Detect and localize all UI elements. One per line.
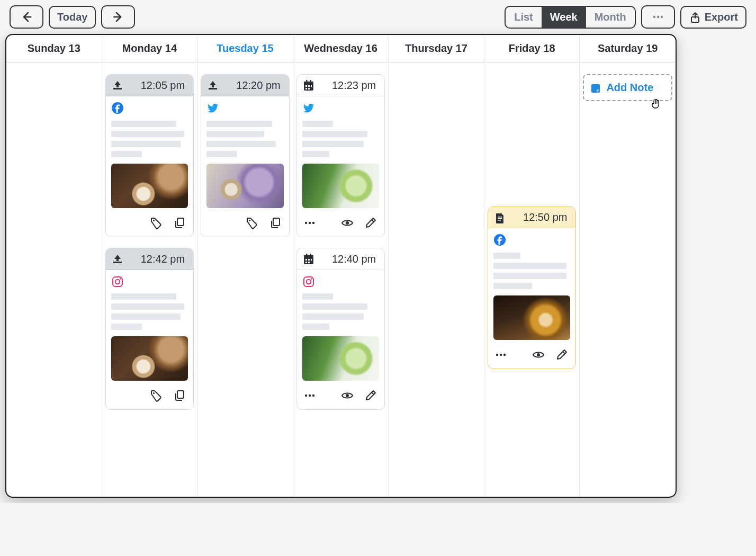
- copy-icon: [173, 217, 187, 230]
- instagram-icon: [302, 275, 380, 289]
- more-button[interactable]: [641, 5, 675, 29]
- post-text-placeholder: [111, 121, 188, 157]
- copy-icon: [269, 217, 283, 230]
- post-card[interactable]: 12:23 pm: [296, 74, 385, 237]
- view-month[interactable]: Month: [586, 7, 635, 28]
- eye-icon: [532, 348, 546, 362]
- view-list[interactable]: List: [506, 7, 542, 28]
- day-col-sun[interactable]: [6, 62, 102, 497]
- post-thumbnail: [111, 164, 188, 208]
- post-text-placeholder: [493, 253, 571, 289]
- card-header: 12:23 pm: [297, 75, 385, 96]
- tag-button[interactable]: [149, 388, 165, 404]
- post-card-draft[interactable]: 12:50 pm: [488, 207, 577, 369]
- post-text-placeholder: [111, 293, 188, 330]
- post-thumbnail: [302, 164, 380, 208]
- edit-button[interactable]: [363, 216, 379, 231]
- post-card[interactable]: 12:20 pm: [201, 74, 290, 237]
- toolbar: Today List Week Month Export: [5, 5, 751, 29]
- prev-button[interactable]: [10, 5, 43, 29]
- card-more-button[interactable]: [302, 388, 318, 404]
- post-time: 12:05 pm: [141, 79, 185, 92]
- twitter-icon: [302, 102, 380, 116]
- next-button[interactable]: [101, 5, 135, 29]
- day-col-mon[interactable]: 12:05 pm 12:42 pm: [102, 62, 198, 497]
- post-time: 12:23 pm: [332, 79, 376, 92]
- card-actions: [106, 386, 194, 409]
- copy-button[interactable]: [172, 388, 188, 404]
- view-week[interactable]: Week: [542, 7, 586, 28]
- post-thumbnail: [111, 336, 188, 381]
- day-header-wed: Wednesday 16: [293, 35, 389, 62]
- card-header: 12:42 pm: [106, 248, 194, 270]
- view-button[interactable]: [340, 216, 356, 231]
- facebook-icon: [493, 234, 571, 248]
- upload-icon: [111, 253, 124, 265]
- post-text-placeholder: [302, 121, 380, 157]
- ellipsis-icon: [494, 348, 508, 362]
- day-header-fri: Friday 18: [484, 35, 580, 62]
- post-thumbnail: [206, 164, 284, 208]
- tag-button[interactable]: [245, 216, 260, 231]
- instagram-icon: [111, 275, 188, 289]
- hand-cursor-icon: [649, 98, 661, 112]
- post-time: 12:40 pm: [332, 253, 376, 265]
- day-col-thu[interactable]: [389, 62, 484, 497]
- facebook-icon: [111, 102, 188, 116]
- day-col-tue[interactable]: 12:20 pm: [197, 62, 293, 497]
- ellipsis-icon: [303, 389, 317, 403]
- card-actions: [488, 345, 576, 369]
- card-more-button[interactable]: [302, 216, 318, 231]
- day-header-tue: Tuesday 15: [197, 35, 293, 62]
- tag-icon: [246, 217, 259, 230]
- view-button[interactable]: [340, 388, 356, 404]
- note-icon: [589, 82, 601, 94]
- post-thumbnail: [493, 295, 571, 340]
- ellipsis-icon: [652, 11, 664, 23]
- card-header: 12:20 pm: [201, 75, 289, 96]
- edit-icon: [555, 348, 569, 362]
- post-card[interactable]: 12:42 pm: [105, 248, 194, 410]
- export-button[interactable]: Export: [680, 6, 746, 29]
- week-body: 12:05 pm 12:42 pm: [6, 62, 676, 497]
- post-text-placeholder: [302, 293, 380, 330]
- ellipsis-icon: [303, 217, 317, 230]
- tag-icon: [150, 217, 164, 230]
- copy-button[interactable]: [268, 216, 284, 231]
- day-col-fri[interactable]: 12:50 pm: [484, 62, 580, 497]
- card-actions: [297, 213, 385, 237]
- post-time: 12:20 pm: [236, 79, 280, 92]
- day-header-sun: Sunday 13: [6, 35, 102, 62]
- card-more-button[interactable]: [493, 347, 509, 363]
- card-actions: [201, 213, 289, 237]
- day-col-wed[interactable]: 12:23 pm 12:40 pm: [293, 62, 389, 497]
- post-card[interactable]: 12:40 pm: [296, 248, 385, 410]
- today-button[interactable]: Today: [49, 6, 96, 29]
- card-actions: [106, 213, 194, 237]
- export-icon: [689, 11, 700, 23]
- draft-icon: [493, 212, 505, 223]
- edit-icon: [364, 389, 378, 403]
- eye-icon: [341, 389, 355, 403]
- upload-icon: [111, 79, 124, 92]
- day-col-sat[interactable]: Add Note: [580, 62, 676, 497]
- tag-button[interactable]: [149, 216, 165, 231]
- post-time: 12:42 pm: [141, 253, 185, 265]
- view-button[interactable]: [531, 347, 547, 363]
- add-note-button[interactable]: Add Note: [583, 74, 672, 101]
- week-header: Sunday 13 Monday 14 Tuesday 15 Wednesday…: [6, 35, 676, 62]
- twitter-icon: [206, 102, 284, 116]
- post-card[interactable]: 12:05 pm: [105, 74, 194, 237]
- copy-icon: [173, 389, 187, 403]
- add-note-label: Add Note: [606, 82, 653, 94]
- day-header-thu: Thursday 17: [389, 35, 484, 62]
- card-actions: [297, 386, 385, 409]
- arrow-left-icon: [20, 11, 33, 23]
- copy-button[interactable]: [172, 216, 188, 231]
- edit-button[interactable]: [363, 388, 379, 404]
- edit-button[interactable]: [554, 347, 570, 363]
- card-header: 12:40 pm: [297, 248, 385, 270]
- day-header-mon: Monday 14: [102, 35, 198, 62]
- post-thumbnail: [302, 336, 380, 381]
- upload-icon: [206, 79, 219, 92]
